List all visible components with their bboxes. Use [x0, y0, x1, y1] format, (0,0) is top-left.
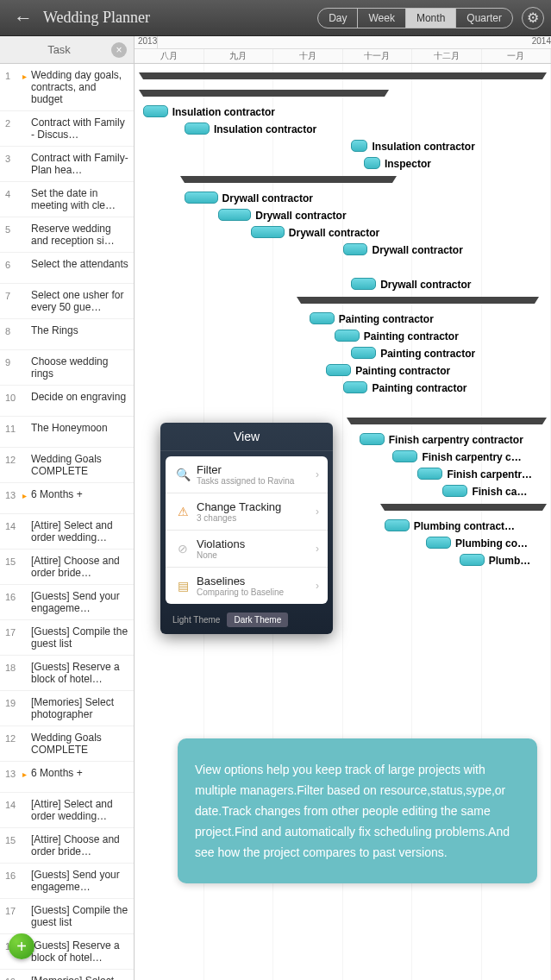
task-bar[interactable]: Plumb…	[460, 554, 485, 566]
task-list[interactable]: 1▸Wedding day goals, contracts, and budg…	[0, 64, 134, 980]
view-mode-day[interactable]: Day	[318, 9, 358, 28]
task-row[interactable]: 15[Attire] Choose and order bride…	[0, 550, 134, 585]
close-sidebar-button[interactable]: ×	[111, 42, 127, 58]
back-button[interactable]: ←	[7, 7, 40, 29]
task-row[interactable]: 8The Rings	[0, 319, 134, 350]
settings-button[interactable]: ⚙	[522, 7, 544, 29]
view-option-change-tracking[interactable]: ⚠Change Tracking3 changes›	[166, 493, 328, 531]
task-row[interactable]: 11The Honeymoon	[0, 417, 134, 448]
expand-icon: ▸	[22, 69, 29, 81]
task-row[interactable]: 5Reserve wedding and reception si…	[0, 217, 134, 253]
task-bar[interactable]: Painting contractor	[351, 347, 376, 359]
task-number: 3	[5, 152, 22, 164]
task-row[interactable]: 14[Attire] Select and order wedding…	[0, 514, 134, 550]
task-bar[interactable]: Insulation contractor	[351, 140, 367, 152]
expand-icon: ▸	[22, 767, 29, 779]
summary-bar[interactable]	[385, 504, 543, 511]
task-bar[interactable]: Painting contractor	[326, 364, 351, 376]
task-row[interactable]: 7Select one usher for every 50 gue…	[0, 284, 134, 319]
task-bar[interactable]: Plumbing co…	[426, 537, 451, 549]
bar-label: Inspector	[385, 158, 431, 170]
expand-icon	[22, 422, 29, 424]
task-bar[interactable]: Finish ca…	[442, 485, 467, 497]
task-bar[interactable]: Drywall contractor	[185, 192, 218, 204]
task-bar[interactable]: Drywall contractor	[343, 243, 368, 255]
task-row[interactable]: 19[Memories] Select photographer	[0, 970, 134, 980]
summary-bar[interactable]	[185, 176, 393, 183]
expand-icon	[22, 289, 29, 292]
add-task-button[interactable]: +	[9, 933, 34, 959]
expand-icon	[22, 625, 29, 628]
task-row[interactable]: 3Contract with Family-Plan hea…	[0, 147, 134, 182]
task-row[interactable]: 4Set the date in meeting with cle…	[0, 182, 134, 217]
task-row[interactable]: 13▸6 Months +	[0, 483, 134, 514]
view-mode-quarter[interactable]: Quarter	[456, 9, 512, 28]
task-bar[interactable]: Finish carpentry c…	[392, 450, 417, 462]
task-row[interactable]: 13▸6 Months +	[0, 762, 134, 793]
expand-icon	[22, 152, 29, 154]
expand-icon	[22, 391, 29, 393]
task-bar[interactable]: Finish carpentr…	[417, 468, 442, 480]
task-row[interactable]: 12Wedding Goals COMPLETE	[0, 448, 134, 483]
task-number: 16	[5, 869, 22, 881]
task-row[interactable]: 14[Attire] Select and order wedding…	[0, 793, 134, 828]
view-option-filter[interactable]: 🔍FilterTasks assigned to Ravina›	[166, 456, 328, 493]
option-subtitle: Tasks assigned to Ravina	[197, 476, 316, 486]
task-bar[interactable]: Plumbing contract…	[385, 519, 410, 531]
task-bar[interactable]: Insulation contractor	[185, 122, 210, 135]
task-label: Reserve wedding and reception si…	[29, 223, 130, 247]
view-mode-month[interactable]: Month	[406, 9, 456, 28]
month-cell: 十二月	[412, 49, 482, 63]
summary-bar[interactable]	[301, 297, 534, 304]
view-option-baselines[interactable]: ▤BaselinesComparing to Baseline›	[166, 568, 328, 604]
bar-label: Painting contractor	[372, 382, 466, 394]
task-bar[interactable]: Drywall contractor	[251, 226, 285, 238]
task-bar[interactable]: Finish carpentry contractor	[360, 433, 385, 445]
task-number: 2	[5, 116, 22, 129]
task-row[interactable]: 10Decide on engraving	[0, 386, 134, 417]
task-row[interactable]: 19[Memories] Select photographer	[0, 691, 134, 726]
task-bar[interactable]: Painting contractor	[310, 312, 335, 324]
task-row[interactable]: 17[Guests] Compile the guest list	[0, 620, 134, 656]
task-bar[interactable]: Inspector	[364, 157, 380, 169]
task-bar[interactable]: Drywall contractor	[218, 209, 252, 221]
task-row[interactable]: 1▸Wedding day goals, contracts, and budg…	[0, 64, 134, 111]
summary-bar[interactable]	[143, 90, 385, 97]
change-tracking-icon: ⚠	[174, 505, 191, 518]
task-bar[interactable]: Drywall contractor	[351, 278, 376, 290]
task-row[interactable]: 18[Guests] Reserve a block of hotel…	[0, 656, 134, 691]
option-subtitle: Comparing to Baseline	[197, 587, 316, 597]
task-row[interactable]: 9Choose wedding rings	[0, 350, 134, 386]
task-bar[interactable]: Painting contractor	[343, 381, 368, 393]
dark-theme-button[interactable]: Dark Theme	[227, 612, 288, 627]
bar-label: Plumbing co…	[455, 537, 528, 550]
view-option-violations[interactable]: ⊘ViolationsNone›	[166, 531, 328, 568]
task-bar[interactable]: Insulation contractor	[143, 105, 168, 117]
light-theme-button[interactable]: Light Theme	[166, 612, 227, 627]
popover-title: View	[160, 423, 333, 451]
bar-label: Painting contractor	[355, 365, 450, 377]
task-number: 18	[5, 661, 22, 673]
task-row[interactable]: 2Contract with Family - Discus…	[0, 111, 134, 147]
task-number: 15	[5, 555, 22, 567]
view-mode-week[interactable]: Week	[358, 9, 405, 28]
task-bar[interactable]: Painting contractor	[335, 330, 360, 342]
task-label: [Attire] Choose and order bride…	[29, 555, 130, 579]
task-row[interactable]: 16[Guests] Send your engageme…	[0, 585, 134, 620]
task-label: [Attire] Select and order wedding…	[29, 798, 130, 822]
task-number: 5	[5, 223, 22, 235]
task-number: 16	[5, 590, 22, 602]
task-label: The Rings	[29, 324, 130, 336]
task-row[interactable]: 15[Attire] Choose and order bride…	[0, 828, 134, 864]
task-label: [Memories] Select photographer	[29, 696, 130, 720]
task-row[interactable]: 6Select the attendants	[0, 253, 134, 284]
summary-bar[interactable]	[143, 72, 543, 79]
task-row[interactable]: 12Wedding Goals COMPLETE	[0, 726, 134, 762]
task-number: 11	[5, 422, 22, 434]
summary-bar[interactable]	[351, 418, 542, 424]
month-cell: 十一月	[343, 49, 413, 63]
task-row[interactable]: 16[Guests] Send your engageme…	[0, 864, 134, 899]
timeline-header: 2013 2014 八月九月十月十一月十二月一月	[135, 36, 551, 64]
task-row[interactable]: 17[Guests] Compile the guest list	[0, 899, 134, 934]
task-label: [Guests] Send your engageme…	[29, 869, 130, 893]
